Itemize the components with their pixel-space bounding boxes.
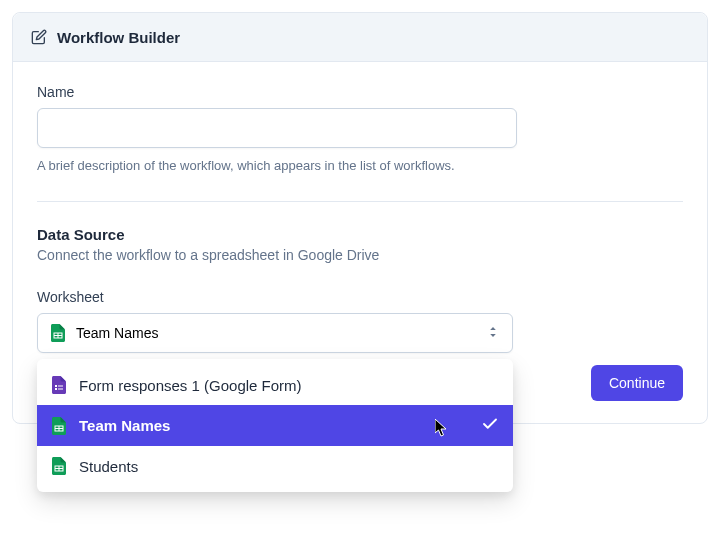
sheet-icon — [51, 456, 67, 476]
sheet-icon — [50, 323, 66, 343]
worksheet-option-label: Team Names — [79, 417, 170, 434]
svg-rect-5 — [55, 388, 57, 390]
sheet-icon — [51, 416, 67, 436]
continue-button[interactable]: Continue — [591, 365, 683, 401]
data-source-title: Data Source — [37, 226, 683, 243]
worksheet-select-button[interactable]: Team Names — [37, 313, 513, 353]
chevron-up-down-icon — [486, 325, 500, 342]
worksheet-label: Worksheet — [37, 289, 683, 305]
svg-rect-6 — [58, 389, 63, 390]
form-icon — [51, 375, 67, 395]
card-header: Workflow Builder — [13, 13, 707, 62]
data-source-desc: Connect the workflow to a spreadsheet in… — [37, 247, 683, 263]
svg-rect-3 — [55, 385, 57, 387]
name-label: Name — [37, 84, 683, 100]
card-title: Workflow Builder — [57, 29, 180, 46]
worksheet-option[interactable]: Students — [37, 446, 513, 486]
name-help-text: A brief description of the workflow, whi… — [37, 158, 683, 173]
worksheet-selected-value: Team Names — [76, 325, 158, 341]
card-body: Name A brief description of the workflow… — [13, 62, 707, 423]
name-input[interactable] — [37, 108, 517, 148]
divider — [37, 201, 683, 202]
worksheet-option[interactable]: Form responses 1 (Google Form) — [37, 365, 513, 405]
check-icon — [481, 415, 499, 436]
edit-icon — [31, 27, 47, 47]
worksheet-select-wrapper: Team Names — [37, 313, 513, 353]
worksheet-option-label: Students — [79, 458, 138, 475]
worksheet-dropdown: Form responses 1 (Google Form) — [37, 359, 513, 492]
svg-rect-4 — [58, 386, 63, 387]
workflow-builder-card: Workflow Builder Name A brief descriptio… — [12, 12, 708, 424]
cursor-icon — [435, 419, 449, 440]
worksheet-option[interactable]: Team Names — [37, 405, 513, 446]
worksheet-option-label: Form responses 1 (Google Form) — [79, 377, 302, 394]
